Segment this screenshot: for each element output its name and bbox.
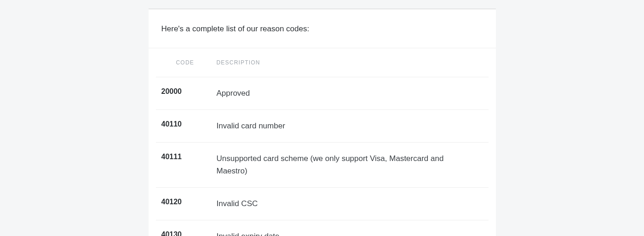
table-header-code: CODE [156,59,217,66]
table-body: 20000 Approved 40110 Invalid card number… [156,77,489,236]
cell-description: Invalid CSC [217,198,489,210]
cell-code: 20000 [156,87,217,99]
cell-code: 40130 [156,230,217,236]
table-header-description: DESCRIPTION [217,59,489,66]
cell-description: Unsupported card scheme (we only support… [217,153,489,177]
cell-code: 40120 [156,198,217,210]
cell-description: Approved [217,87,489,99]
table-row: 40111 Unsupported card scheme (we only s… [156,143,489,188]
cell-code: 40111 [156,153,217,177]
table-header-row: CODE DESCRIPTION [156,48,489,77]
cell-code: 40110 [156,120,217,132]
content-card: Here's a complete list of our reason cod… [149,9,496,236]
cell-description: Invalid card number [217,120,489,132]
table-row: 40120 Invalid CSC [156,188,489,220]
intro-text: Here's a complete list of our reason cod… [149,9,496,48]
table-row: 40110 Invalid card number [156,110,489,143]
reason-codes-table: CODE DESCRIPTION 20000 Approved 40110 In… [149,48,496,236]
table-row: 20000 Approved [156,77,489,110]
cell-description: Invalid expiry date [217,230,489,236]
table-row: 40130 Invalid expiry date [156,220,489,236]
